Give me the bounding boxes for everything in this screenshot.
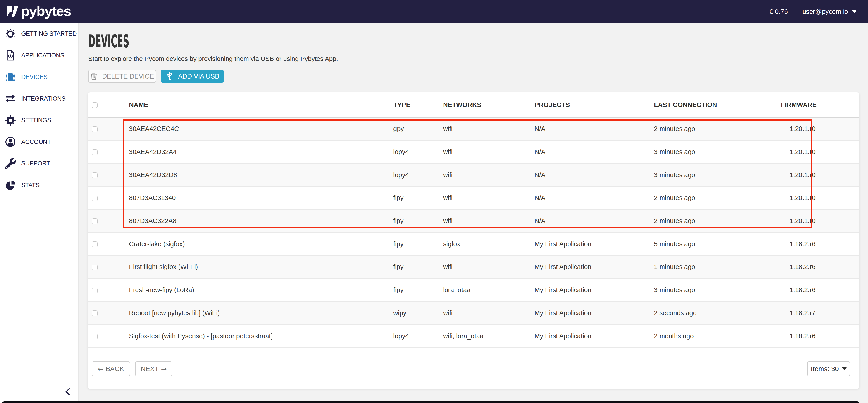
row-checkbox[interactable] [92,334,97,339]
cell-firmware: 1.18.2.r7 [781,309,859,317]
cell-firmware: 1.20.1.r0 [781,217,859,225]
column-header-firmware[interactable]: FIRMWARE [781,101,859,108]
row-checkbox[interactable] [92,218,97,224]
cell-last-connection: 5 minutes ago [654,240,781,248]
cell-networks: wifi [443,171,534,179]
cell-networks: sigfox [443,240,534,248]
column-header-name[interactable]: NAME [129,101,393,108]
cell-type: wipy [393,309,443,317]
balance-amount[interactable]: € 0.76 [769,8,788,16]
cell-projects: My First Application [534,286,654,294]
cell-firmware: 1.20.1.r0 [781,148,859,156]
table-row[interactable]: 807D3AC322A8 fipy wifi N/A 2 minutes ago… [88,210,859,233]
cell-projects: My First Application [534,332,654,340]
items-per-page-dropdown[interactable]: Items: 30 [807,361,850,376]
cell-type: fipy [393,240,443,248]
sidebar-item-label: STATS [21,182,40,189]
cell-projects: My First Application [534,240,654,248]
cell-networks: wifi [443,309,534,317]
row-checkbox[interactable] [92,265,97,270]
row-checkbox[interactable] [92,242,97,247]
row-checkbox[interactable] [92,173,97,178]
table-row[interactable]: Sigfox-test (with Pysense) - [pastoor pe… [88,325,859,348]
page-subtitle: Start to explore the Pycom devices by pr… [88,55,338,62]
table-header-row: NAME TYPE NETWORKS PROJECTS LAST CONNECT… [88,92,859,118]
table-row[interactable]: First flight sigfox (Wi-Fi) fipy wifi My… [88,256,859,279]
table-row[interactable]: 30AEA42CEC4C gpy wifi N/A 2 minutes ago … [88,118,859,141]
sidebar-item-account[interactable]: ACCOUNT [0,131,78,153]
delete-device-button[interactable]: DELETE DEVICE [88,70,156,83]
column-header-type[interactable]: TYPE [393,101,443,108]
sidebar-collapse-chevron[interactable] [64,388,72,396]
cell-firmware: 1.18.2.r6 [781,286,859,294]
sidebar-item-integrations[interactable]: INTEGRATIONS [0,88,78,110]
select-all-checkbox[interactable] [92,102,97,108]
cell-networks: wifi [443,125,534,133]
table-row[interactable]: 30AEA42D32D8 lopy4 wifi N/A 3 minutes ag… [88,164,859,187]
row-checkbox[interactable] [92,310,97,316]
sidebar-item-devices[interactable]: DEVICES [0,66,78,88]
add-via-usb-button[interactable]: ADD VIA USB [161,70,224,83]
sidebar-item-getting-started[interactable]: GETTING STARTED [0,23,78,45]
cell-name: 30AEA42D32D8 [129,171,393,179]
user-menu[interactable]: user@pycom.io [802,8,857,16]
cell-name: 30AEA42CEC4C [129,125,393,133]
cell-last-connection: 2 minutes ago [654,194,781,202]
trash-icon [91,73,97,80]
cell-firmware: 1.18.2.r6 [781,332,859,340]
cell-projects: N/A [534,194,654,202]
sidebar-item-support[interactable]: SUPPORT [0,153,78,175]
chip-icon [5,72,16,83]
table-row[interactable]: Reboot [new pybytes lib] (WiFi) wipy wif… [88,302,859,325]
cell-last-connection: 1 minutes ago [654,263,781,271]
cell-name: Fresh-new-fipy (LoRa) [129,286,393,294]
sidebar-item-label: SETTINGS [21,117,51,124]
sidebar-item-label: DEVICES [21,73,48,81]
cell-networks: lora_otaa [443,286,534,294]
table-row[interactable]: 30AEA42D32A4 lopy4 wifi N/A 3 minutes ag… [88,141,859,164]
cell-networks: wifi [443,217,534,225]
table-row[interactable]: Crater-lake (sigfox) fipy sigfox My Firs… [88,232,859,256]
cell-name: Crater-lake (sigfox) [129,240,393,248]
logo-text: pybytes [21,4,71,18]
back-button[interactable]: ← BACK [92,361,130,376]
delete-device-label: DELETE DEVICE [102,73,154,80]
gear-icon [5,115,16,126]
cell-type: fipy [393,194,443,202]
sidebar-item-applications[interactable]: APPLICATIONS [0,45,78,66]
cell-projects: N/A [534,148,654,156]
row-checkbox[interactable] [92,149,97,155]
row-checkbox[interactable] [92,126,97,132]
user-email: user@pycom.io [802,8,848,16]
add-via-usb-label: ADD VIA USB [178,73,219,80]
table-row[interactable]: 807D3AC31340 fipy wifi N/A 2 minutes ago… [88,187,859,210]
arrow-right-icon: → [159,365,167,373]
cell-networks: wifi, lora_otaa [443,332,534,340]
column-header-networks[interactable]: NETWORKS [443,101,534,108]
row-checkbox[interactable] [92,288,97,293]
cell-projects: My First Application [534,263,654,271]
pagination-bar: ← BACK NEXT → Items: 30 [88,361,859,376]
code-document-icon [5,50,16,61]
table-row[interactable]: Fresh-new-fipy (LoRa) fipy lora_otaa My … [88,279,859,302]
back-label: BACK [105,365,124,373]
cell-last-connection: 2 seconds ago [654,309,781,317]
next-button[interactable]: NEXT → [135,361,172,376]
column-header-last-connection[interactable]: LAST CONNECTION [654,101,781,108]
sidebar-item-settings[interactable]: SETTINGS [0,110,78,131]
caret-down-icon [852,10,857,13]
cell-networks: wifi [443,148,534,156]
pybytes-logo[interactable]: pybytes [7,4,71,19]
arrows-exchange-icon [5,93,16,104]
cell-projects: N/A [534,125,654,133]
cell-projects: N/A [534,171,654,179]
cell-projects: N/A [534,217,654,225]
sidebar-item-label: GETTING STARTED [21,30,77,37]
row-checkbox[interactable] [92,195,97,202]
cell-firmware: 1.20.1.r0 [781,194,859,202]
cell-projects: My First Application [534,309,654,317]
cell-name: Reboot [new pybytes lib] (WiFi) [129,309,393,317]
cell-firmware: 1.18.2.r6 [781,240,859,248]
sidebar-item-stats[interactable]: STATS [0,175,78,196]
column-header-projects[interactable]: PROJECTS [534,101,654,108]
